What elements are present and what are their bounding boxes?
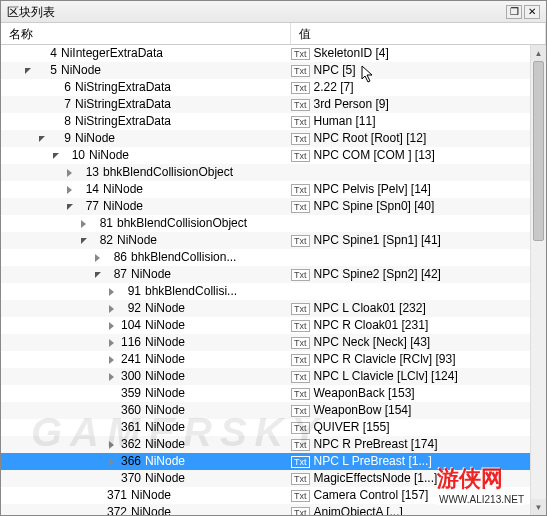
expand-icon[interactable] [107, 355, 117, 365]
tree-row[interactable]: 361NiNodeTxtQUIVER [155] [1, 419, 546, 436]
expand-icon[interactable] [107, 440, 117, 450]
tree-row[interactable]: 366NiNodeTxtNPC L PreBreast [1...] [1, 453, 546, 470]
expand-icon[interactable] [93, 253, 103, 263]
type-tag: Txt [291, 439, 310, 451]
type-tag: Txt [291, 269, 310, 281]
tree-row[interactable]: 300NiNodeTxtNPC L Clavicle [LClv] [124] [1, 368, 546, 385]
tree-row[interactable]: 81bhkBlendCollisionObject [1, 215, 546, 232]
vertical-scrollbar[interactable]: ▲ ▼ [530, 45, 546, 515]
type-tag: Txt [291, 422, 310, 434]
type-tag: Txt [291, 456, 310, 468]
name-cell: 241NiNode [1, 351, 291, 368]
row-index: 92 [119, 300, 141, 317]
collapse-icon[interactable] [23, 66, 33, 76]
collapse-icon[interactable] [93, 270, 103, 280]
tree-row[interactable]: 91bhkBlendCollisi... [1, 283, 546, 300]
tree-row[interactable]: 371NiNodeTxtCamera Control [157] [1, 487, 546, 504]
tree-row[interactable]: 82NiNodeTxtNPC Spine1 [Spn1] [41] [1, 232, 546, 249]
tree-row[interactable]: 9NiNodeTxtNPC Root [Root] [12] [1, 130, 546, 147]
type-tag: Txt [291, 303, 310, 315]
collapse-icon[interactable] [51, 151, 61, 161]
scroll-down-button[interactable]: ▼ [531, 499, 546, 515]
name-cell: 4NiIntegerExtraData [1, 45, 291, 62]
tree-row[interactable]: 77NiNodeTxtNPC Spine [Spn0] [40] [1, 198, 546, 215]
row-index: 361 [119, 419, 141, 436]
tree-row[interactable]: 5NiNodeTxtNPC [5] [1, 62, 546, 79]
type-tag: Txt [291, 507, 310, 517]
type-tag: Txt [291, 388, 310, 400]
tree-row[interactable]: 8NiStringExtraDataTxtHuman [11] [1, 113, 546, 130]
tree-row[interactable]: 4NiIntegerExtraDataTxtSkeletonID [4] [1, 45, 546, 62]
tree-row[interactable]: 370NiNodeTxtMagicEffectsNode [1...] [1, 470, 546, 487]
name-cell: 7NiStringExtraData [1, 96, 291, 113]
row-index: 91 [119, 283, 141, 300]
expand-icon[interactable] [65, 185, 75, 195]
tree-row[interactable]: 14NiNodeTxtNPC Pelvis [Pelv] [14] [1, 181, 546, 198]
tree-row[interactable]: 372NiNodeTxtAnimObjectA [...] [1, 504, 546, 516]
row-name: bhkBlendCollisionObject [117, 215, 247, 232]
tree-row[interactable]: 86bhkBlendCollision... [1, 249, 546, 266]
tree-row[interactable]: 362NiNodeTxtNPC R PreBreast [174] [1, 436, 546, 453]
row-index: 359 [119, 385, 141, 402]
row-name: NiNode [145, 419, 185, 436]
row-name: NiNode [145, 317, 185, 334]
type-tag: Txt [291, 235, 310, 247]
tree-row[interactable]: 359NiNodeTxtWeaponBack [153] [1, 385, 546, 402]
tree-row[interactable]: 6NiStringExtraDataTxt2.22 [7] [1, 79, 546, 96]
collapse-icon[interactable] [37, 134, 47, 144]
expand-icon[interactable] [107, 321, 117, 331]
tree-row[interactable]: 87NiNodeTxtNPC Spine2 [Spn2] [42] [1, 266, 546, 283]
row-index: 8 [49, 113, 71, 130]
expand-icon[interactable] [107, 372, 117, 382]
expand-icon[interactable] [79, 219, 89, 229]
row-name: NiNode [145, 351, 185, 368]
collapse-icon[interactable] [65, 202, 75, 212]
scroll-up-button[interactable]: ▲ [531, 45, 546, 61]
column-name[interactable]: 名称 [1, 23, 291, 44]
name-cell: 92NiNode [1, 300, 291, 317]
tree-row[interactable]: 7NiStringExtraDataTxt3rd Person [9] [1, 96, 546, 113]
column-header: 名称 值 [1, 23, 546, 45]
tree-view[interactable]: 4NiIntegerExtraDataTxtSkeletonID [4]5NiN… [1, 45, 546, 516]
row-name: NiNode [61, 62, 101, 79]
name-cell: 87NiNode [1, 266, 291, 283]
row-name: NiStringExtraData [75, 113, 171, 130]
row-name: NiNode [145, 368, 185, 385]
expand-icon[interactable] [107, 457, 117, 467]
tree-row[interactable]: 360NiNodeTxtWeaponBow [154] [1, 402, 546, 419]
expand-icon[interactable] [65, 168, 75, 178]
name-cell: 10NiNode [1, 147, 291, 164]
column-value[interactable]: 值 [291, 23, 546, 44]
type-tag: Txt [291, 201, 310, 213]
row-index: 10 [63, 147, 85, 164]
type-tag: Txt [291, 371, 310, 383]
value-cell: TxtNPC L PreBreast [1...] [291, 453, 546, 470]
row-index: 371 [105, 487, 127, 504]
name-cell: 91bhkBlendCollisi... [1, 283, 291, 300]
tree-row[interactable]: 92NiNodeTxtNPC L Cloak01 [232] [1, 300, 546, 317]
row-value: NPC Spine [Spn0] [40] [314, 198, 435, 215]
tree-row[interactable]: 241NiNodeTxtNPC R Clavicle [RClv] [93] [1, 351, 546, 368]
tree-row[interactable]: 10NiNodeTxtNPC COM [COM ] [13] [1, 147, 546, 164]
tree-row[interactable]: 104NiNodeTxtNPC R Cloak01 [231] [1, 317, 546, 334]
tree-row[interactable]: 116NiNodeTxtNPC Neck [Neck] [43] [1, 334, 546, 351]
tree-row[interactable]: 13bhkBlendCollisionObject [1, 164, 546, 181]
collapse-icon[interactable] [79, 236, 89, 246]
value-cell: Txt2.22 [7] [291, 79, 546, 96]
row-index: 81 [91, 215, 113, 232]
row-index: 4 [35, 45, 57, 62]
row-value: MagicEffectsNode [1...] [314, 470, 438, 487]
type-tag: Txt [291, 320, 310, 332]
expand-icon[interactable] [107, 338, 117, 348]
row-index: 241 [119, 351, 141, 368]
dock-button[interactable]: ❐ [506, 5, 522, 19]
type-tag: Txt [291, 133, 310, 145]
close-button[interactable]: ✕ [524, 5, 540, 19]
row-name: NiNode [145, 385, 185, 402]
row-value: NPC R PreBreast [174] [314, 436, 438, 453]
scroll-thumb[interactable] [533, 61, 544, 241]
expand-icon[interactable] [107, 287, 117, 297]
name-cell: 13bhkBlendCollisionObject [1, 164, 291, 181]
expand-icon[interactable] [107, 304, 117, 314]
value-cell: TxtWeaponBow [154] [291, 402, 546, 419]
